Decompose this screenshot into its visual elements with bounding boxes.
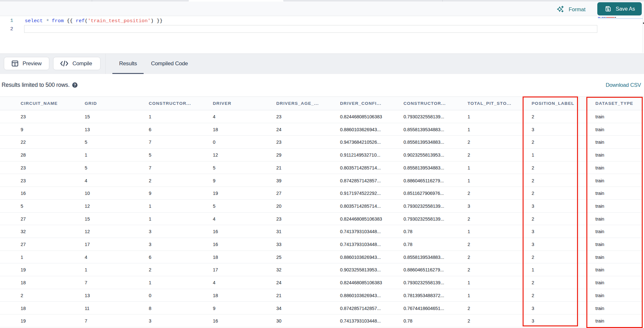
svg-text:?: ? — [74, 83, 76, 87]
